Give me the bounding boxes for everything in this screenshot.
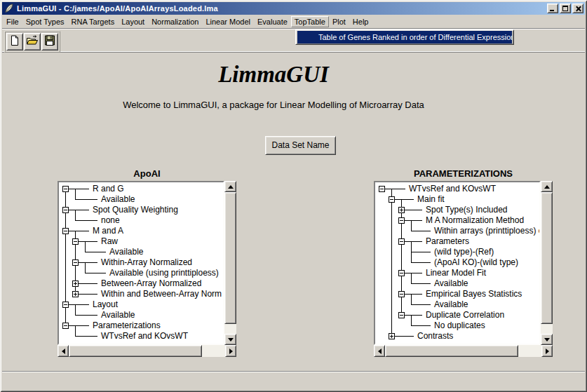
tree-node[interactable]: Empirical Bayes Statistics [377, 289, 539, 299]
tree-node[interactable]: Spot Type(s) Included [377, 205, 539, 215]
scroll-left-icon [59, 349, 65, 354]
tree-node[interactable]: Main fit [377, 194, 539, 205]
minus-box-icon[interactable] [62, 323, 69, 329]
scroll-down-button[interactable] [224, 334, 236, 345]
tree-node[interactable]: Within-Array Normalized [60, 257, 223, 268]
menu-help[interactable]: Help [349, 16, 372, 27]
data-set-name-button[interactable]: Data Set Name [265, 136, 336, 155]
tree-node[interactable]: Spot Quality Weighting [60, 205, 223, 215]
tree-node[interactable]: (ApoAI KO)-(wild type) [377, 257, 539, 268]
minus-box-icon[interactable] [72, 259, 79, 266]
tree-node[interactable]: Within and Between-Array Norm [60, 289, 223, 299]
tree-connector-line [65, 289, 66, 299]
horizontal-scrollbar-thumb[interactable] [69, 345, 202, 357]
minus-box-icon[interactable] [62, 228, 69, 234]
tree-node[interactable]: M and A [60, 226, 223, 236]
tree-node[interactable]: (wild type)-(Ref) [377, 247, 539, 257]
save-icon [44, 34, 55, 49]
maximize-button[interactable] [560, 4, 571, 13]
tree-node[interactable]: Available [60, 247, 223, 257]
tree-node[interactable]: Linear Model Fit [377, 268, 539, 278]
menu-rna-targets[interactable]: RNA Targets [68, 16, 119, 27]
menu-layout[interactable]: Layout [118, 16, 148, 27]
minus-box-icon[interactable] [398, 217, 405, 224]
tree-node[interactable]: Layout [60, 299, 223, 310]
plus-box-icon[interactable] [72, 291, 79, 297]
tree-connector-line [391, 215, 392, 226]
scroll-up-button[interactable] [541, 181, 553, 192]
minus-box-icon[interactable] [398, 312, 405, 318]
minimize-button[interactable] [547, 4, 558, 13]
minus-box-icon[interactable] [62, 302, 69, 308]
tree-connector-line [65, 231, 89, 231]
vertical-scrollbar-thumb[interactable] [224, 192, 236, 324]
tree-node[interactable]: Parameterizations [60, 320, 223, 331]
tree-node[interactable]: Contrasts [377, 331, 539, 342]
tree-node[interactable]: Available [377, 278, 539, 289]
new-file-button[interactable] [6, 33, 23, 50]
minus-box-icon[interactable] [62, 207, 69, 213]
menu-file[interactable]: File [3, 16, 22, 27]
tree-node-label: R and G [93, 184, 124, 194]
tree-node-label: (wild type)-(Ref) [434, 247, 494, 257]
minus-box-icon[interactable] [62, 186, 69, 192]
scroll-left-button[interactable] [374, 345, 385, 357]
tree-node[interactable]: Parameters [377, 236, 539, 247]
plus-box-icon[interactable] [389, 333, 395, 339]
minus-box-icon[interactable] [379, 186, 385, 192]
tree-connector-line [75, 199, 97, 200]
tree-node[interactable]: Available [60, 310, 223, 320]
minus-box-icon[interactable] [398, 270, 405, 276]
tree-connector-line [75, 231, 76, 236]
apoai-tree[interactable]: R and GAvailableSpot Quality Weightingno… [58, 181, 224, 345]
parameterizations-tree-widget: WTvsRef and KOvsWTMain fitSpot Type(s) I… [374, 181, 553, 357]
horizontal-scrollbar[interactable] [374, 345, 553, 357]
menu-normalization[interactable]: Normalization [148, 16, 202, 27]
tree-connector-line [65, 304, 89, 305]
save-file-button[interactable] [41, 33, 58, 50]
minus-box-icon[interactable] [398, 238, 405, 245]
scroll-right-button[interactable] [541, 345, 553, 357]
tree-node[interactable]: Duplicate Correlation [377, 310, 539, 320]
menu-plot[interactable]: Plot [329, 16, 349, 27]
horizontal-scrollbar-thumb[interactable] [385, 345, 518, 357]
tree-node[interactable]: Between-Array Normalized [60, 278, 223, 289]
tree-node[interactable]: M A Normalization Method [377, 215, 539, 226]
tree-node[interactable]: Raw [60, 236, 223, 247]
tree-node[interactable]: Available (using printtiploess) [60, 268, 223, 278]
tree-node[interactable]: Available [60, 194, 223, 205]
tree-node[interactable]: R and G [60, 184, 223, 194]
tree-node[interactable]: Available [377, 299, 539, 310]
plus-box-icon[interactable] [398, 207, 405, 213]
scroll-right-button[interactable] [225, 345, 236, 357]
tree-connector-line [411, 220, 412, 226]
vertical-scrollbar[interactable] [541, 181, 553, 345]
tree-node[interactable]: No duplicates [377, 320, 539, 331]
plus-box-icon[interactable] [72, 281, 79, 287]
close-button[interactable] [572, 4, 583, 13]
scroll-up-button[interactable] [224, 181, 236, 192]
menu-linear-model[interactable]: Linear Model [202, 16, 254, 27]
minus-box-icon[interactable] [389, 196, 395, 203]
tree-node[interactable]: WTvsRef and KOvsWT [60, 331, 223, 342]
scroll-left-button[interactable] [58, 345, 69, 357]
minus-box-icon[interactable] [72, 238, 79, 245]
window-title: LimmaGUI - C:/james/ApoAI/ApoAIArraysLoa… [17, 4, 218, 13]
menu-spot-types[interactable]: Spot Types [22, 16, 68, 27]
tree-node[interactable]: WTvsRef and KOvsWT [377, 184, 539, 194]
menu-toptable[interactable]: TopTable [291, 16, 329, 27]
menu-evaluate[interactable]: Evaluate [254, 16, 291, 27]
minus-box-icon[interactable] [398, 291, 405, 297]
vertical-scrollbar[interactable] [224, 181, 236, 345]
tree-connector-line [65, 325, 89, 326]
horizontal-scrollbar[interactable] [58, 345, 236, 357]
vertical-scrollbar-thumb[interactable] [541, 192, 553, 324]
tree-node[interactable]: none [60, 215, 223, 226]
tree-node-label: Spot Type(s) Included [426, 205, 508, 215]
titlebar[interactable]: LimmaGUI - C:/james/ApoAI/ApoAIArraysLoa… [2, 2, 585, 15]
menu-item-table-of-genes-ranked-in-order-of-differ[interactable]: Table of Genes Ranked in order of Differ… [297, 31, 512, 43]
tree-node[interactable]: Within arrays (printtiploess) o [377, 226, 539, 236]
open-file-button[interactable] [24, 33, 41, 50]
scroll-down-button[interactable] [541, 334, 553, 345]
parameterizations-tree[interactable]: WTvsRef and KOvsWTMain fitSpot Type(s) I… [374, 181, 541, 345]
